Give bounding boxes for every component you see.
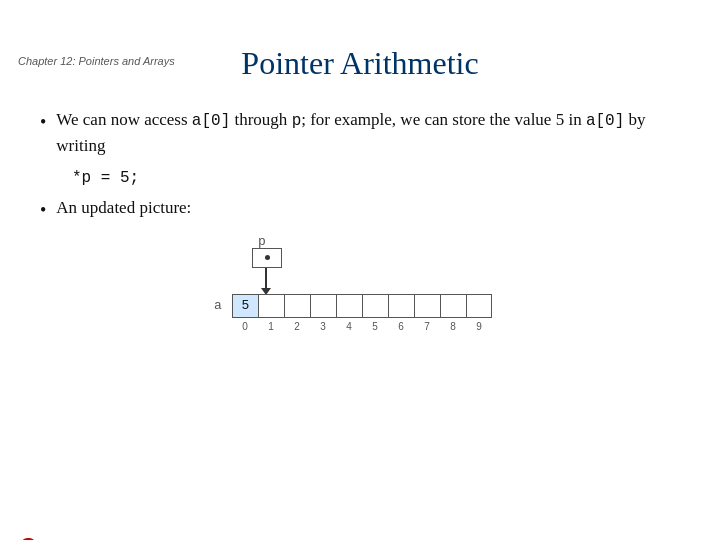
index-0: 0 — [232, 321, 258, 332]
array-cell-7 — [414, 294, 440, 318]
code-p: p — [292, 112, 302, 130]
index-5: 5 — [362, 321, 388, 332]
logo-c: C — [20, 533, 36, 540]
array-cell-2 — [284, 294, 310, 318]
index-9: 9 — [466, 321, 492, 332]
footer: C PROGRAMMING A Modern Approach SECOND E… — [0, 533, 720, 540]
p-label: p — [258, 234, 266, 249]
index-4: 4 — [336, 321, 362, 332]
code-line-text: *p = 5; — [72, 169, 139, 187]
diagram-area: p a 5 — [40, 234, 680, 354]
array-cell-0: 5 — [232, 294, 258, 318]
content-area: • We can now access a[0] through p; for … — [0, 97, 720, 354]
index-2: 2 — [284, 321, 310, 332]
array-cell-5 — [362, 294, 388, 318]
arrow-down — [265, 268, 267, 290]
slide-title: Pointer Arithmetic — [0, 45, 720, 92]
a-label: a — [214, 298, 222, 313]
code-block-1: *p = 5; — [72, 169, 680, 187]
array-cell-9 — [466, 294, 492, 318]
logo-row: C PROGRAMMING — [20, 533, 153, 540]
index-8: 8 — [440, 321, 466, 332]
chapter-header: Chapter 12: Pointers and Arrays — [18, 55, 175, 67]
footer-logo: C PROGRAMMING A Modern Approach SECOND E… — [20, 533, 153, 540]
bullet-dot-1: • — [40, 109, 46, 136]
p-box — [252, 248, 282, 268]
p-dot — [265, 255, 270, 260]
array-container: 5 — [232, 294, 492, 318]
chapter-text: Chapter 12: Pointers and Arrays — [18, 55, 175, 67]
bullet-text-2: An updated picture: — [56, 195, 680, 221]
code-a0-1: a[0] — [192, 112, 230, 130]
index-3: 3 — [310, 321, 336, 332]
bullet-dot-2: • — [40, 197, 46, 224]
slide: Chapter 12: Pointers and Arrays Pointer … — [0, 45, 720, 540]
index-1: 1 — [258, 321, 284, 332]
array-cell-1 — [258, 294, 284, 318]
array-cell-6 — [388, 294, 414, 318]
array-indices: 0 1 2 3 4 5 6 7 8 9 — [232, 321, 492, 332]
bullet-text-1: We can now access a[0] through p; for ex… — [56, 107, 680, 159]
diagram-inner: p a 5 — [200, 234, 520, 354]
bullet-1: • We can now access a[0] through p; for … — [40, 107, 680, 159]
code-a0-2: a[0] — [586, 112, 624, 130]
array-cell-8 — [440, 294, 466, 318]
array-cell-4 — [336, 294, 362, 318]
array-cell-3 — [310, 294, 336, 318]
index-7: 7 — [414, 321, 440, 332]
index-6: 6 — [388, 321, 414, 332]
bullet-2: • An updated picture: — [40, 195, 680, 224]
